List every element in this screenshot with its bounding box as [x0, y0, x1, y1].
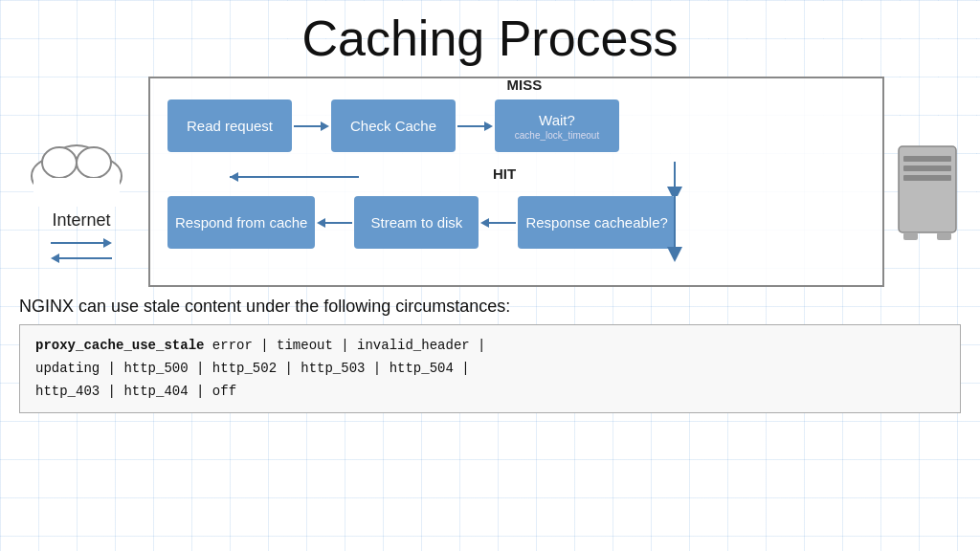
internet-arrow-bottom — [49, 253, 114, 263]
internet-label: Internet — [52, 210, 110, 231]
check-cache-box: Check Cache — [331, 99, 456, 152]
cloud-icon — [19, 130, 134, 207]
code-keyword: proxy_cache_use_stale — [35, 338, 204, 353]
svg-rect-18 — [937, 232, 951, 240]
miss-label: MISS — [507, 77, 543, 93]
svg-point-4 — [42, 147, 77, 178]
code-block: proxy_cache_use_stale error | timeout | … — [19, 324, 961, 413]
arrow-stream-to-respond — [315, 218, 354, 228]
page-title: Caching Process — [19, 10, 961, 67]
code-line3: http_403 | http_404 | off — [35, 384, 236, 399]
diagram-inner: Read request Check Cache Wait? — [167, 99, 865, 249]
arrow-read-to-check — [292, 121, 331, 131]
svg-rect-17 — [903, 232, 918, 240]
svg-point-5 — [77, 147, 111, 178]
code-line2: updating | http_500 | http_502 | http_50… — [35, 361, 470, 376]
svg-rect-15 — [903, 165, 951, 171]
response-cacheable-box: Response cacheable? — [518, 196, 675, 249]
svg-rect-16 — [903, 175, 951, 181]
svg-rect-14 — [903, 156, 951, 162]
arrow-check-to-wait — [456, 121, 495, 131]
diagram-area: Internet MISS Read req — [19, 77, 961, 287]
diagram-box: MISS Read request Check Cache — [148, 77, 884, 287]
hit-area: HIT — [167, 160, 865, 196]
arrow-cacheable-to-stream — [479, 218, 518, 228]
bottom-flow-row: Respond from cache Stream to disk Re — [167, 196, 865, 249]
svg-rect-6 — [33, 178, 120, 207]
server-icon — [894, 137, 961, 246]
top-flow-row: Read request Check Cache Wait? — [167, 99, 865, 152]
respond-cache-box: Respond from cache — [167, 196, 315, 249]
internet-arrow-top — [49, 238, 114, 248]
stream-disk-box: Stream to disk — [354, 196, 479, 249]
code-line1: error | timeout | invalid_header | — [204, 338, 485, 353]
stale-description: NGINX can use stale content under the fo… — [19, 297, 961, 317]
connector-arrows — [167, 160, 865, 196]
svg-marker-9 — [230, 172, 238, 182]
page-content: Caching Process Internet — [0, 0, 980, 423]
read-request-box: Read request — [167, 99, 292, 152]
internet-section: Internet — [19, 111, 144, 263]
wait-box: Wait? cache_lock_timeout — [495, 99, 619, 152]
